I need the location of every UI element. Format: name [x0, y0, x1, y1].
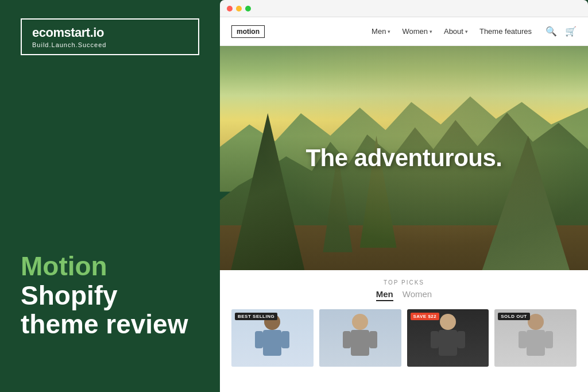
left-panel: ecomstart.io Build.Launch.Succeed Motion… — [0, 0, 220, 392]
svg-rect-5 — [351, 330, 369, 356]
svg-rect-6 — [343, 331, 351, 348]
nav-link-about[interactable]: About ▾ — [444, 27, 468, 36]
left-content: Motion Shopify theme review — [21, 252, 199, 339]
product-card-3[interactable]: SAVE $22 — [407, 309, 489, 367]
theme-line3: theme review — [21, 310, 199, 339]
product-card-2[interactable] — [319, 309, 401, 367]
tab-women[interactable]: Women — [403, 289, 432, 301]
demo-nav-icons: 🔍 🛒 — [546, 26, 577, 37]
svg-rect-9 — [439, 330, 457, 356]
hero-headline: The adventurous. — [305, 144, 502, 172]
svg-rect-1 — [263, 330, 281, 356]
browser-dot-yellow — [236, 6, 242, 11]
hero-section: The adventurous. — [220, 46, 588, 270]
logo-title: ecomstart.io — [32, 25, 188, 40]
product-badge-3: SAVE $22 — [411, 313, 440, 320]
chevron-down-icon: ▾ — [465, 29, 468, 34]
svg-rect-15 — [545, 331, 553, 348]
chevron-down-icon: ▾ — [430, 29, 432, 34]
browser-dot-green — [245, 6, 251, 11]
product-card-1[interactable]: BEST SELLING — [231, 309, 314, 367]
svg-point-12 — [528, 314, 544, 330]
right-panel: motion Men ▾ Women ▾ About ▾ Theme featu… — [220, 0, 588, 392]
browser-dot-red — [227, 6, 233, 11]
demo-navbar: motion Men ▾ Women ▾ About ▾ Theme featu… — [220, 17, 588, 46]
svg-rect-3 — [281, 331, 289, 348]
nav-link-theme-features[interactable]: Theme features — [479, 27, 532, 36]
products-grid: BEST SELLING — [231, 309, 577, 367]
hero-text-overlay: The adventurous. — [220, 46, 588, 270]
browser-chrome — [220, 0, 588, 17]
svg-rect-13 — [527, 330, 545, 356]
product-badge-1: BEST SELLING — [235, 313, 277, 320]
logo-container: ecomstart.io Build.Launch.Succeed — [21, 18, 199, 55]
search-icon[interactable]: 🔍 — [546, 26, 557, 37]
product-card-4[interactable]: SOLD OUT — [494, 309, 577, 367]
svg-rect-7 — [369, 331, 377, 348]
product-image-2 — [319, 309, 401, 367]
chevron-down-icon: ▾ — [388, 29, 390, 34]
nav-link-women[interactable]: Women ▾ — [402, 27, 432, 36]
svg-rect-14 — [519, 331, 527, 348]
section-label: TOP PICKS — [231, 279, 577, 286]
theme-name: Motion — [21, 252, 199, 281]
demo-nav-links: Men ▾ Women ▾ About ▾ Theme features — [372, 27, 532, 36]
svg-point-8 — [440, 314, 456, 330]
svg-point-4 — [352, 314, 368, 330]
person-svg-2 — [337, 309, 383, 367]
svg-rect-2 — [255, 331, 263, 348]
product-section: TOP PICKS Men Women — [220, 270, 588, 392]
logo-subtitle: Build.Launch.Succeed — [32, 41, 188, 48]
theme-line2: Shopify — [21, 281, 199, 310]
svg-rect-11 — [457, 331, 465, 348]
cart-icon[interactable]: 🛒 — [565, 26, 577, 37]
tab-men[interactable]: Men — [376, 289, 393, 301]
svg-rect-10 — [431, 331, 439, 348]
product-badge-4: SOLD OUT — [498, 313, 529, 320]
demo-logo: motion — [231, 25, 265, 38]
nav-link-men[interactable]: Men ▾ — [372, 27, 390, 36]
section-tabs: Men Women — [231, 289, 577, 301]
shopify-demo: motion Men ▾ Women ▾ About ▾ Theme featu… — [220, 17, 588, 392]
